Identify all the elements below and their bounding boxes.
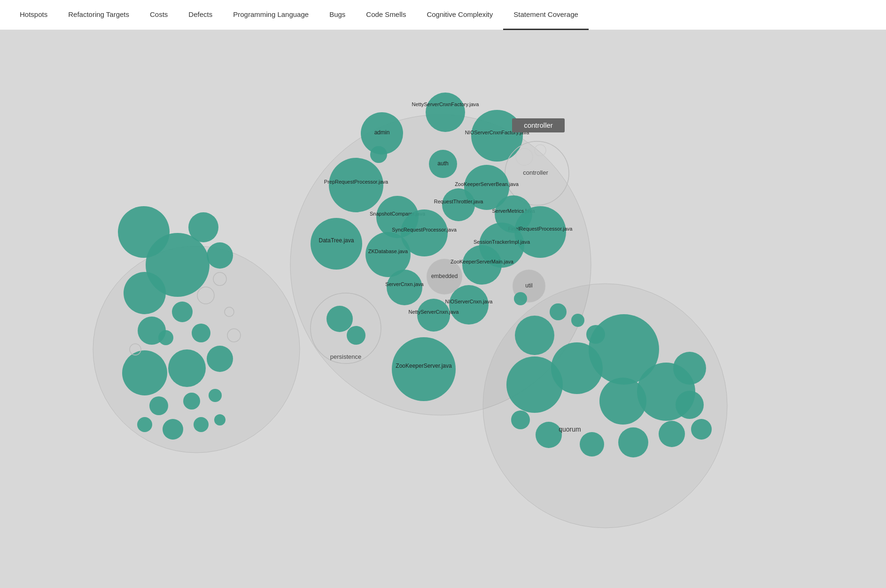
svg-point-15 (168, 349, 206, 387)
svg-text:controller: controller (524, 121, 553, 129)
svg-text:ZooKeeperServerMain.java: ZooKeeperServerMain.java (451, 259, 514, 264)
svg-point-14 (122, 350, 167, 395)
svg-point-81 (571, 314, 584, 327)
svg-point-16 (207, 346, 233, 372)
svg-point-21 (163, 419, 183, 440)
svg-text:admin: admin (374, 129, 390, 136)
svg-text:RequestThrottler.java: RequestThrottler.java (434, 199, 483, 204)
svg-point-27 (426, 93, 465, 132)
svg-point-69 (449, 285, 489, 325)
svg-point-77 (392, 337, 456, 401)
svg-point-6 (188, 212, 218, 242)
svg-point-7 (207, 242, 233, 269)
svg-point-95 (511, 410, 530, 429)
svg-text:embedded: embedded (431, 273, 458, 279)
svg-point-71 (417, 299, 450, 332)
nav-item-defects[interactable]: Defects (178, 0, 223, 30)
svg-point-44 (442, 188, 475, 221)
svg-point-80 (550, 303, 567, 320)
svg-point-20 (137, 417, 152, 432)
svg-text:DataTree.java: DataTree.java (319, 237, 354, 244)
svg-text:ZKDatabase.java: ZKDatabase.java (368, 248, 408, 254)
svg-point-19 (209, 389, 222, 402)
svg-point-5 (124, 272, 166, 314)
svg-point-90 (691, 419, 712, 440)
viz-container: NettyServerCnxnFactory.java admin NIOSer… (0, 30, 886, 588)
svg-point-40 (329, 158, 383, 212)
svg-text:auth: auth (437, 160, 448, 167)
svg-point-18 (183, 393, 200, 410)
nav-item-hotspots[interactable]: Hotspots (9, 0, 58, 30)
svg-text:NettyServerCnxnFactory.java: NettyServerCnxnFactory.java (412, 101, 480, 107)
svg-text:SyncRequestProcessor.java: SyncRequestProcessor.java (392, 227, 457, 232)
svg-point-22 (194, 417, 209, 432)
svg-text:controller: controller (523, 169, 548, 176)
svg-point-87 (599, 378, 646, 425)
nav-item-refactoring-targets[interactable]: Refactoring Targets (58, 0, 140, 30)
svg-text:NettyServerCnxn.java: NettyServerCnxn.java (409, 309, 459, 315)
svg-text:SessionTrackerImpl.java: SessionTrackerImpl.java (474, 239, 530, 245)
svg-point-75 (347, 326, 365, 345)
nav-bar: HotspotsRefactoring TargetsCostsDefectsP… (0, 0, 886, 30)
bubble-chart-svg: NettyServerCnxnFactory.java admin NIOSer… (0, 30, 886, 588)
svg-point-12 (158, 330, 173, 345)
svg-text:persistence: persistence (330, 353, 361, 360)
svg-point-23 (214, 414, 225, 426)
svg-point-93 (580, 432, 604, 456)
svg-point-33 (370, 146, 387, 163)
svg-point-91 (659, 421, 685, 447)
svg-point-13 (192, 324, 210, 342)
svg-point-67 (387, 270, 422, 305)
svg-point-54 (311, 218, 362, 270)
svg-point-62 (462, 245, 502, 285)
svg-text:ZooKeeperServer.java: ZooKeeperServer.java (396, 363, 452, 369)
svg-point-79 (515, 316, 554, 355)
svg-text:NIOServerCnxn.java: NIOServerCnxn.java (445, 299, 493, 304)
nav-item-bugs[interactable]: Bugs (319, 0, 356, 30)
nav-item-code-smells[interactable]: Code Smells (356, 0, 416, 30)
svg-text:PrepRequestProcessor.java: PrepRequestProcessor.java (324, 179, 389, 185)
svg-text:quorum: quorum (559, 426, 581, 433)
svg-point-17 (149, 396, 168, 415)
svg-point-9 (172, 302, 193, 322)
svg-point-66 (514, 292, 527, 305)
svg-text:ServerCnxn.java: ServerCnxn.java (385, 281, 424, 287)
nav-item-costs[interactable]: Costs (140, 0, 178, 30)
svg-text:ZooKeeperServerBean.java: ZooKeeperServerBean.java (455, 181, 519, 187)
svg-point-92 (618, 427, 648, 457)
svg-point-94 (536, 422, 562, 448)
nav-item-statement-coverage[interactable]: Statement Coverage (503, 0, 589, 30)
svg-point-88 (673, 352, 706, 385)
svg-text:util: util (525, 282, 532, 289)
svg-point-89 (676, 391, 704, 419)
nav-item-cognitive-complexity[interactable]: Cognitive Complexity (416, 0, 503, 30)
nav-item-programming-language[interactable]: Programming Language (223, 0, 319, 30)
svg-point-74 (326, 306, 353, 332)
svg-point-31 (471, 110, 523, 162)
